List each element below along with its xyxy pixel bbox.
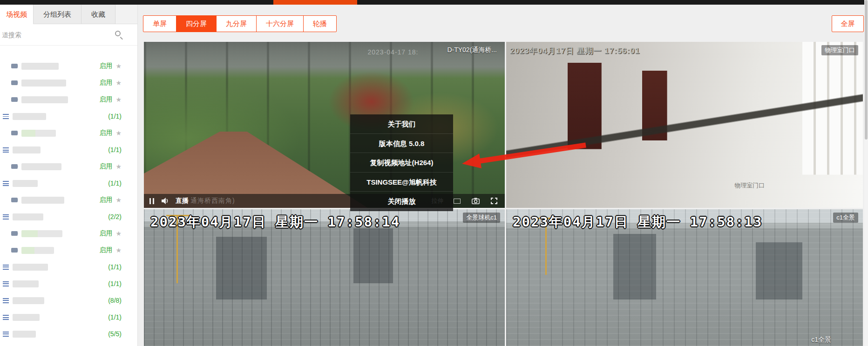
top-strip-orange-segment	[273, 0, 357, 5]
channel-name-hint: 通海桥西南角)	[190, 197, 235, 205]
channel-list-item[interactable]: (2/2)	[0, 208, 137, 225]
channel-name-redacted	[21, 163, 61, 170]
context-menu-item-1[interactable]: 版本信息 5.0.8	[350, 134, 453, 153]
speaker-icon[interactable]	[162, 198, 169, 204]
context-menu-item-4[interactable]: 关闭播放	[350, 192, 453, 211]
video2-title-label: 物理室门口	[821, 45, 858, 55]
video1-osd-timestamp: 2023-04-17 18:	[368, 48, 419, 56]
favorite-star-icon[interactable]: ★	[115, 129, 122, 137]
status-label: 启用	[99, 229, 112, 238]
pause-icon[interactable]	[149, 198, 154, 204]
status-label: (1/1)	[108, 113, 122, 120]
channel-list-item[interactable]: 启用★	[0, 225, 137, 242]
fullscreen-button[interactable]: 全屏	[832, 15, 864, 32]
page-scrollbar[interactable]	[864, 0, 868, 346]
video-cell-2[interactable]: 2023年04月17日 星期一 17:56:01 物理室门口 物理室门口	[506, 42, 863, 208]
video4-osd-timestamp: 2023年04月17日 星期一 17:58:13	[513, 213, 762, 232]
channel-list-item[interactable]: 启用★	[0, 192, 137, 208]
search-input[interactable]	[2, 28, 109, 42]
channel-list-item[interactable]: 启用★	[0, 125, 137, 141]
video-cell-3[interactable]: 2023年04月17日 星期一 17:58:14 全景球机c1	[144, 209, 505, 346]
channel-name-redacted	[21, 96, 68, 103]
channel-name-redacted	[21, 63, 59, 70]
channel-list-item[interactable]: 启用★	[0, 242, 137, 259]
channel-name-redacted	[13, 314, 40, 321]
channel-list-item[interactable]: (1/1)	[0, 175, 137, 192]
snapshot-camera-icon[interactable]	[472, 198, 480, 204]
favorite-star-icon[interactable]: ★	[115, 62, 122, 70]
camera-icon	[11, 80, 18, 85]
group-icon	[3, 265, 9, 270]
camera-icon	[11, 248, 18, 253]
status-label: (1/1)	[108, 263, 122, 271]
status-label: (1/1)	[108, 146, 122, 153]
aspect-ratio-icon[interactable]	[454, 199, 461, 204]
channel-list-item[interactable]: (8/8)	[0, 292, 137, 309]
channel-list-item[interactable]: (1/1)	[0, 259, 137, 275]
favorite-star-icon[interactable]: ★	[115, 246, 122, 254]
channel-name-redacted	[21, 80, 66, 86]
channel-list-item[interactable]: (1/1)	[0, 275, 137, 292]
layout-button-3[interactable]: 十六分屏	[256, 16, 303, 32]
layout-button-2[interactable]: 九分屏	[216, 16, 256, 32]
player-context-menu: 关于我们版本信息 5.0.8复制视频地址(H264)TSINGSEE@旭帆科技关…	[350, 114, 453, 211]
video3-osd-timestamp: 2023年04月17日 星期一 17:58:14	[150, 213, 400, 232]
channel-name-redacted	[13, 213, 43, 220]
channel-list-item[interactable]: (5/5)	[0, 326, 137, 342]
status-label: (1/1)	[108, 180, 122, 187]
layout-button-1[interactable]: 四分屏	[176, 16, 216, 32]
favorite-star-icon[interactable]: ★	[115, 196, 122, 204]
channel-name-redacted	[21, 230, 62, 237]
favorite-star-icon[interactable]: ★	[115, 230, 122, 237]
layout-button-0[interactable]: 单屏	[143, 16, 176, 32]
favorite-star-icon[interactable]: ★	[115, 163, 122, 170]
channel-name-redacted	[13, 264, 48, 271]
context-menu-item-0[interactable]: 关于我们	[350, 114, 453, 134]
channel-list-item[interactable]: 启用★	[0, 158, 137, 175]
video-cell-4[interactable]: 2023年04月17日 星期一 17:58:13 c1全景 c1全景	[506, 209, 863, 346]
camera-icon	[11, 231, 18, 236]
building-shape	[216, 237, 267, 299]
channel-name-redacted	[21, 130, 56, 137]
context-menu-item-2[interactable]: 复制视频地址(H264)	[350, 153, 453, 173]
top-strip	[0, 0, 868, 5]
context-menu-item-3[interactable]: TSINGSEE@旭帆科技	[350, 173, 453, 192]
group-icon	[3, 332, 9, 337]
channel-list: 启用★启用★启用★(1/1)启用★(1/1)启用★(1/1)启用★(2/2)启用…	[0, 46, 137, 346]
group-icon	[3, 315, 9, 320]
sidebar-tab-0[interactable]: 场视频	[0, 5, 34, 24]
sidebar-tabs: 场视频分组列表收藏	[0, 5, 137, 24]
channel-list-item[interactable]: 启用★	[0, 91, 137, 108]
sidebar-tab-1[interactable]: 分组列表	[34, 5, 81, 24]
camera-icon	[11, 198, 18, 202]
status-label: (5/5)	[108, 330, 122, 338]
group-icon	[3, 181, 9, 186]
channel-list-item[interactable]: 启用★	[0, 58, 137, 74]
channel-name-redacted	[13, 180, 38, 187]
live-badge: 直播	[176, 197, 189, 205]
video-fullscreen-icon[interactable]	[491, 198, 497, 204]
camera-icon	[11, 97, 18, 102]
channel-search-bar	[0, 24, 137, 46]
channel-list-item[interactable]: (1/1)	[0, 108, 137, 125]
group-icon	[3, 298, 9, 303]
channel-name-redacted	[13, 297, 44, 304]
building-shape	[353, 228, 393, 283]
channel-sidebar: 场视频分组列表收藏 启用★启用★启用★(1/1)启用★(1/1)启用★(1/1)…	[0, 5, 138, 346]
layout-button-4[interactable]: 轮播	[303, 16, 336, 32]
sidebar-tab-2[interactable]: 收藏	[81, 5, 115, 24]
channel-list-item[interactable]: (1/1)	[0, 141, 137, 158]
search-icon[interactable]	[115, 31, 121, 36]
camera-icon	[11, 164, 18, 169]
scrollbar-thumb[interactable]	[865, 0, 868, 140]
camera-icon	[11, 131, 18, 135]
video1-title-label: D-TY02(通海桥...	[444, 45, 500, 55]
favorite-star-icon[interactable]: ★	[115, 96, 122, 103]
channel-list-item[interactable]: 启用★	[0, 74, 137, 91]
video-frame-hallway	[506, 42, 863, 208]
group-icon	[3, 281, 9, 286]
channel-list-item[interactable]: (1/1)	[0, 309, 137, 326]
video4-watermark: c1全景	[811, 336, 831, 344]
status-label: (1/1)	[108, 280, 122, 287]
favorite-star-icon[interactable]: ★	[115, 79, 122, 86]
